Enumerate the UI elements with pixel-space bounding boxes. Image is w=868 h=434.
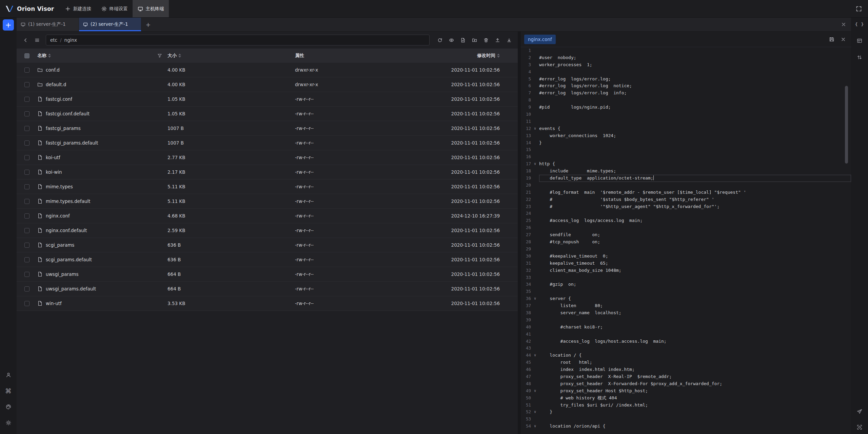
fold-indicator[interactable] bbox=[531, 345, 539, 352]
code-text[interactable] bbox=[539, 118, 851, 125]
table-row[interactable]: uwsgi_params.default 664 B -rw-r--r-- 20… bbox=[17, 282, 518, 296]
fold-indicator[interactable] bbox=[531, 132, 539, 139]
preview-eye-icon[interactable] bbox=[447, 35, 456, 45]
code-text[interactable]: } bbox=[539, 409, 851, 416]
delete-icon[interactable] bbox=[481, 35, 491, 45]
fold-indicator[interactable] bbox=[531, 366, 539, 373]
user-icon[interactable] bbox=[3, 370, 14, 380]
row-checkbox[interactable] bbox=[24, 243, 29, 248]
fold-indicator[interactable] bbox=[531, 175, 539, 182]
code-text[interactable]: try_files $uri $uri/ /index.html; bbox=[539, 402, 851, 409]
fold-indicator[interactable] bbox=[531, 168, 539, 175]
row-checkbox[interactable] bbox=[24, 257, 29, 262]
code-text[interactable]: location /orion/api { bbox=[539, 423, 851, 430]
fold-indicator[interactable] bbox=[531, 309, 539, 317]
code-text[interactable] bbox=[539, 274, 851, 281]
row-checkbox[interactable] bbox=[24, 82, 29, 87]
menu-terminal-settings[interactable]: 终端设置 bbox=[96, 0, 133, 17]
fold-indicator[interactable] bbox=[531, 97, 539, 104]
screenshot-icon[interactable] bbox=[854, 422, 865, 433]
upload-icon[interactable] bbox=[493, 35, 502, 45]
settings-gear-icon[interactable] bbox=[3, 417, 14, 428]
code-text[interactable]: client_max_body_size 1048m; bbox=[539, 267, 851, 274]
fold-indicator[interactable] bbox=[531, 47, 539, 54]
close-editor-icon[interactable] bbox=[839, 35, 848, 44]
code-text[interactable]: #charset koi8-r; bbox=[539, 324, 851, 331]
code-text[interactable] bbox=[539, 416, 851, 423]
fold-indicator[interactable] bbox=[531, 69, 539, 76]
fold-indicator[interactable] bbox=[531, 288, 539, 295]
code-text[interactable]: default_type application/octet-stream; bbox=[539, 175, 851, 182]
fold-indicator[interactable] bbox=[531, 246, 539, 253]
code-text[interactable] bbox=[539, 146, 851, 153]
fold-indicator[interactable]: ∨ bbox=[531, 409, 539, 416]
fold-indicator[interactable] bbox=[531, 61, 539, 69]
code-text[interactable]: events { bbox=[539, 125, 851, 132]
column-name[interactable]: 名称 bbox=[37, 53, 51, 59]
code-text[interactable]: sendfile on; bbox=[539, 231, 851, 239]
menu-host-terminal[interactable]: 主机终端 bbox=[133, 0, 169, 17]
code-text[interactable] bbox=[539, 210, 851, 217]
fold-indicator[interactable] bbox=[531, 118, 539, 125]
fold-indicator[interactable]: ∨ bbox=[531, 388, 539, 395]
table-row[interactable]: fastcgi.conf 1.05 KB -rw-r--r-- 2020-11-… bbox=[17, 92, 518, 107]
fold-indicator[interactable] bbox=[531, 380, 539, 388]
fold-indicator[interactable] bbox=[531, 104, 539, 111]
editor-scrollbar[interactable] bbox=[845, 86, 848, 164]
code-text[interactable] bbox=[539, 69, 851, 76]
table-row[interactable]: koi-utf 2.77 KB -rw-r--r-- 2020-11-01 10… bbox=[17, 150, 518, 165]
row-checkbox[interactable] bbox=[24, 301, 29, 306]
fold-indicator[interactable] bbox=[531, 153, 539, 161]
filter-icon[interactable] bbox=[157, 53, 162, 58]
code-text[interactable]: #error_log logs/error.log notice; bbox=[539, 82, 851, 90]
fold-indicator[interactable] bbox=[531, 416, 539, 423]
table-row[interactable]: default.d 4.00 KB drwxr-xr-x 2020-11-01 … bbox=[17, 77, 518, 92]
save-icon[interactable] bbox=[827, 35, 836, 44]
braces-icon[interactable]: { } bbox=[854, 19, 865, 30]
fold-indicator[interactable] bbox=[531, 76, 539, 83]
code-text[interactable]: http { bbox=[539, 161, 851, 168]
row-checkbox[interactable] bbox=[24, 199, 29, 204]
code-text[interactable]: proxy_set_header X-Forwarded-For $proxy_… bbox=[539, 380, 851, 388]
fold-indicator[interactable] bbox=[531, 395, 539, 402]
table-row[interactable]: fastcgi_params.default 1007 B -rw-r--r--… bbox=[17, 136, 518, 150]
fold-indicator[interactable] bbox=[531, 359, 539, 366]
editor-file-tab[interactable]: nginx.conf bbox=[524, 35, 556, 44]
breadcrumb-item[interactable]: nginx bbox=[64, 37, 77, 43]
code-text[interactable]: #error_log logs/error.log; bbox=[539, 76, 851, 83]
fold-indicator[interactable] bbox=[531, 182, 539, 189]
add-tab-button[interactable]: + bbox=[141, 18, 155, 31]
fold-indicator[interactable] bbox=[531, 260, 539, 267]
breadcrumb-item[interactable]: etc bbox=[50, 37, 57, 43]
theme-icon[interactable] bbox=[3, 401, 14, 412]
table-row[interactable]: scgi_params 636 B -rw-r--r-- 2020-11-01 … bbox=[17, 238, 518, 252]
code-text[interactable]: proxy_set_header Host $http_host; bbox=[539, 388, 851, 395]
code-text[interactable]: } bbox=[539, 139, 851, 147]
table-row[interactable]: scgi_params.default 636 B -rw-r--r-- 202… bbox=[17, 252, 518, 267]
code-text[interactable] bbox=[539, 47, 851, 54]
code-text[interactable] bbox=[539, 288, 851, 295]
code-text[interactable]: #pid logs/nginx.pid; bbox=[539, 104, 851, 111]
fold-indicator[interactable] bbox=[531, 274, 539, 281]
row-checkbox[interactable] bbox=[24, 68, 29, 73]
row-checkbox[interactable] bbox=[24, 155, 29, 160]
table-row[interactable]: fastcgi_params 1007 B -rw-r--r-- 2020-11… bbox=[17, 121, 518, 136]
code-text[interactable]: include mime.types; bbox=[539, 168, 851, 175]
code-text[interactable]: location / { bbox=[539, 352, 851, 359]
code-text[interactable]: #access_log logs/access.log main; bbox=[539, 217, 851, 224]
code-text[interactable]: worker_connections 1024; bbox=[539, 132, 851, 139]
fold-indicator[interactable] bbox=[531, 139, 539, 147]
table-row[interactable]: nginx.conf.default 2.59 KB -rw-r--r-- 20… bbox=[17, 223, 518, 238]
row-checkbox[interactable] bbox=[24, 170, 29, 175]
fullscreen-icon[interactable] bbox=[852, 0, 866, 17]
back-icon[interactable] bbox=[21, 35, 30, 45]
table-row[interactable]: conf.d 4.00 KB drwxr-xr-x 2020-11-01 10:… bbox=[17, 63, 518, 77]
code-text[interactable]: #log_format main '$remote_addr - $remote… bbox=[539, 189, 851, 196]
row-checkbox[interactable] bbox=[24, 111, 29, 116]
tab-server-2[interactable]: (2) server-生产-1 bbox=[79, 18, 141, 31]
code-text[interactable]: # web history 模式 404 bbox=[539, 395, 851, 402]
code-text[interactable]: listen 80; bbox=[539, 302, 851, 309]
fold-indicator[interactable] bbox=[531, 324, 539, 331]
fold-indicator[interactable] bbox=[531, 196, 539, 203]
code-text[interactable] bbox=[539, 246, 851, 253]
